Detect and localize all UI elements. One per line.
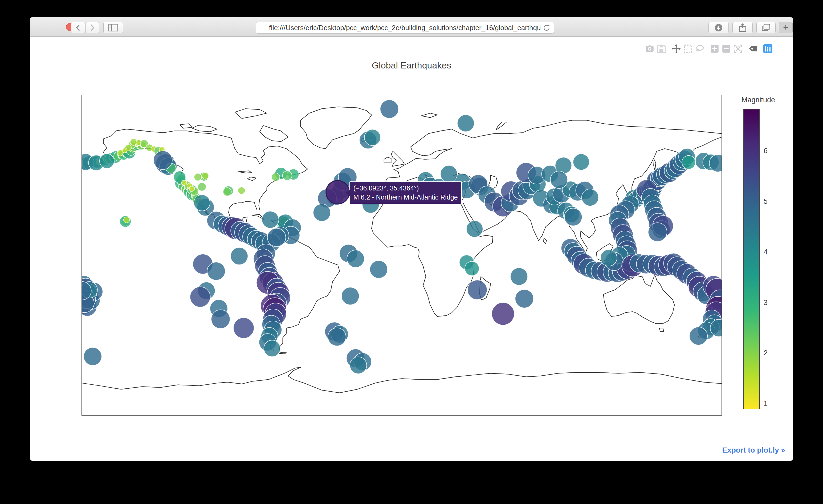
export-to-plotly-link[interactable]: Export to plot.ly » — [722, 446, 785, 455]
earthquake-marker[interactable] — [573, 154, 590, 170]
tabs-icon — [762, 24, 770, 32]
earthquake-marker[interactable] — [370, 261, 387, 278]
camera-icon[interactable] — [645, 44, 654, 53]
earthquake-marker[interactable] — [467, 280, 487, 299]
earthquake-marker[interactable] — [262, 211, 279, 228]
earthquake-marker[interactable] — [272, 173, 280, 181]
autoscale-icon[interactable] — [733, 44, 743, 53]
coastline — [452, 120, 721, 138]
colorbar-tick-label: 6 — [764, 147, 768, 155]
earthquake-marker[interactable] — [211, 310, 230, 329]
earthquake-marker[interactable] — [364, 130, 381, 146]
earthquake-marker[interactable] — [682, 156, 695, 169]
earthquake-marker[interactable] — [492, 303, 514, 325]
earthquake-marker[interactable] — [648, 223, 667, 241]
downloads-button[interactable] — [708, 22, 729, 33]
coastline — [422, 113, 437, 118]
earthquake-marker[interactable] — [198, 183, 206, 191]
sidebar-toggle-button[interactable] — [103, 22, 123, 33]
coastline — [384, 157, 391, 163]
share-button[interactable] — [732, 22, 753, 33]
reset-axes-icon[interactable] — [749, 44, 758, 53]
hover-tooltip: (−36.0923°, 35.4364°) M 6.2 - Northern M… — [349, 181, 462, 204]
chevron-right-icon — [90, 24, 95, 31]
colorbar-tick-label: 4 — [764, 248, 768, 256]
earthquake-marker[interactable] — [341, 287, 359, 305]
geo-plot[interactable]: (−36.0923°, 35.4364°) M 6.2 - Northern M… — [81, 95, 722, 415]
earthquake-marker[interactable] — [510, 268, 528, 285]
web-page: Global Earthquakes (−36.0923°, 35.4364°)… — [30, 37, 793, 461]
earthquake-marker[interactable] — [84, 347, 102, 365]
earthquake-marker[interactable] — [100, 154, 114, 168]
earthquake-marker[interactable] — [550, 171, 567, 188]
earthquake-marker[interactable] — [202, 172, 208, 179]
coastline — [82, 367, 721, 393]
tooltip-event-label: M 6.2 - Northern Mid-Atlantic Ridge — [353, 193, 458, 202]
box-select-icon[interactable] — [683, 44, 692, 53]
sidebar-icon — [109, 24, 118, 31]
coastline — [238, 171, 252, 173]
earthquake-marker[interactable] — [194, 195, 210, 211]
coastline — [247, 177, 256, 181]
lasso-select-icon[interactable] — [695, 44, 704, 53]
browser-window: file:///Users/eric/Desktop/pcc_work/pcc_… — [30, 17, 793, 461]
earthquake-marker[interactable] — [564, 208, 582, 226]
earthquake-marker[interactable] — [268, 228, 286, 247]
coastline — [279, 352, 286, 354]
share-icon — [739, 23, 746, 32]
earthquake-marker[interactable] — [233, 318, 254, 338]
earthquake-marker[interactable] — [223, 187, 231, 196]
earthquake-marker[interactable] — [313, 204, 331, 221]
earthquake-marker[interactable] — [182, 180, 187, 185]
reload-icon — [542, 24, 550, 32]
zoom-in-icon[interactable] — [710, 44, 719, 53]
earthquake-marker[interactable] — [465, 261, 479, 276]
coastline — [659, 328, 664, 331]
world-map[interactable] — [82, 96, 721, 415]
earthquake-marker[interactable] — [264, 340, 281, 357]
earthquake-marker[interactable] — [515, 290, 533, 308]
forward-button[interactable] — [86, 22, 99, 33]
earthquake-marker[interactable] — [124, 217, 130, 223]
earthquake-marker[interactable] — [689, 327, 707, 345]
earthquake-marker[interactable] — [189, 186, 194, 191]
earthquake-marker[interactable] — [231, 247, 248, 265]
earthquake-marker[interactable] — [283, 171, 292, 180]
pan-icon[interactable] — [672, 44, 681, 53]
tab-overview-button[interactable] — [757, 22, 776, 33]
earthquake-marker[interactable] — [347, 250, 364, 268]
earthquake-marker[interactable] — [350, 357, 367, 374]
earthquake-marker[interactable] — [457, 115, 474, 132]
earthquake-marker[interactable] — [600, 249, 617, 266]
zoom-out-icon[interactable] — [722, 44, 731, 53]
tooltip-coordinates: (−36.0923°, 35.4364°) — [353, 184, 458, 193]
coastline — [260, 126, 288, 142]
earthquake-marker[interactable] — [153, 151, 172, 170]
colorbar-tick-label: 5 — [764, 198, 768, 205]
reload-button[interactable] — [542, 24, 550, 33]
earthquake-marker[interactable] — [194, 173, 202, 181]
earthquake-marker[interactable] — [238, 187, 245, 194]
address-bar[interactable]: file:///Users/eric/Desktop/pcc_work/pcc_… — [256, 22, 554, 33]
earthquake-marker[interactable] — [207, 262, 225, 280]
magnitude-colorbar — [744, 109, 760, 409]
earthquake-marker[interactable] — [466, 220, 483, 237]
colorbar-title: Magnitude — [742, 96, 775, 104]
chart-title: Global Earthquakes — [30, 60, 793, 70]
earthquake-marker[interactable] — [380, 100, 398, 118]
coastline — [235, 109, 267, 119]
save-icon[interactable] — [657, 44, 666, 53]
earthquake-marker[interactable] — [190, 287, 210, 307]
new-tab-button[interactable]: + — [779, 22, 793, 33]
earthquake-marker[interactable] — [440, 165, 457, 182]
plotly-logo-icon[interactable] — [763, 44, 772, 53]
chevron-left-icon — [75, 24, 81, 31]
colorbar-tick-label: 2 — [764, 349, 768, 357]
earthquake-marker[interactable] — [582, 189, 599, 206]
earthquake-marker[interactable] — [328, 328, 346, 346]
colorbar-tick-label: 3 — [764, 299, 768, 306]
earthquake-marker[interactable] — [117, 150, 123, 156]
browser-toolbar: file:///Users/eric/Desktop/pcc_work/pcc_… — [30, 17, 793, 37]
colorbar-tick-label: 1 — [764, 400, 768, 407]
back-button[interactable] — [71, 22, 85, 33]
